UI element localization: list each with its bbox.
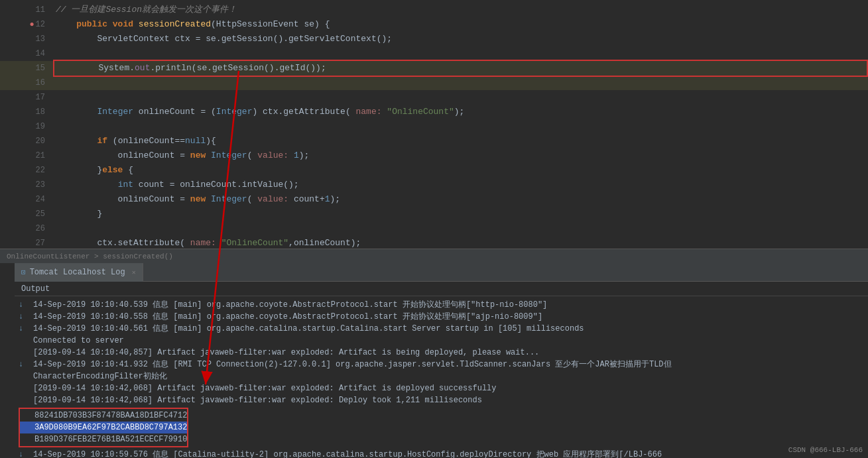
- log-tab-bar: ⊡ Tomcat Localhost Log ✕: [15, 263, 868, 282]
- log-icon-last: ↓: [19, 449, 32, 458]
- code-line-20: 20 if (onlineCount==null){: [0, 134, 868, 148]
- log-text-5: [2019-09-14 10:10:40,857] Artifact javaw…: [33, 347, 539, 359]
- session-ids-container: 88241DB703B3F87478BAA18D1BFC4712 3A9D080…: [19, 408, 188, 447]
- tab-label: Tomcat Localhost Log: [30, 268, 125, 277]
- log-line-5: [2019-09-14 10:10:40,857] Artifact javaw…: [19, 347, 864, 359]
- tab-icon: ⊡: [21, 268, 26, 276]
- log-icon-2: ↓: [19, 311, 32, 323]
- output-text: Output: [21, 284, 50, 294]
- line-number-20: 20: [0, 134, 53, 148]
- code-editor: 11 // 一旦创建Session就会触发一次这个事件！ ●12 public …: [0, 0, 868, 249]
- log-content: ↓ 14-Sep-2019 10:10:40.539 信息 [main] org…: [15, 296, 868, 458]
- code-content-27: ctx.setAttribute( name: "OnlineCount",on…: [53, 236, 868, 249]
- log-line-session-3: B189D376FEB2E76B1BA521ECECF79910: [20, 433, 187, 445]
- log-line-2: ↓ 14-Sep-2019 10:10:40.558 信息 [main] org…: [19, 311, 864, 323]
- log-line-8: [2019-09-14 10:10:42,068] Artifact javaw…: [19, 382, 864, 394]
- line-number-21: 21: [0, 148, 53, 163]
- line-number-11: 11: [0, 3, 53, 17]
- log-icon-3: ↓: [19, 323, 32, 335]
- line-number-14: 14: [0, 46, 53, 61]
- code-content-15: System.out.println(se.getSession().getId…: [53, 60, 868, 77]
- log-text-6: 14-Sep-2019 10:10:41.932 信息 [RMI TCP Con…: [33, 359, 672, 371]
- line-number-25: 25: [0, 207, 53, 221]
- code-content-11: // 一旦创建Session就会触发一次这个事件！: [53, 3, 868, 17]
- line-number-27: 27: [0, 236, 53, 249]
- code-content-22: }else {: [53, 163, 868, 178]
- log-tab[interactable]: ⊡ Tomcat Localhost Log ✕: [15, 263, 143, 282]
- log-text-9: [2019-09-14 10:10:42,068] Artifact javaw…: [33, 394, 482, 406]
- log-line-1: ↓ 14-Sep-2019 10:10:40.539 信息 [main] org…: [19, 299, 864, 311]
- line-number-12: ●12: [0, 17, 53, 32]
- code-line-19: 19: [0, 119, 868, 134]
- log-line-last: ↓ 14-Sep-2019 10:10:59.576 信息 [Catalina-…: [19, 449, 864, 458]
- code-lines: 11 // 一旦创建Session就会触发一次这个事件！ ●12 public …: [0, 0, 868, 249]
- line-number-18: 18: [0, 105, 53, 119]
- code-content-20: if (onlineCount==null){: [53, 134, 868, 148]
- code-content-18: Integer onlineCount = (Integer) ctx.getA…: [53, 105, 868, 119]
- code-line-21: 21 onlineCount = new Integer( value: 1);: [0, 148, 868, 163]
- code-line-15: 15 System.out.println(se.getSession().ge…: [0, 61, 868, 76]
- log-text-2: 14-Sep-2019 10:10:40.558 信息 [main] org.a…: [33, 311, 542, 323]
- code-content-23: int count = onlineCount.intValue();: [53, 178, 868, 192]
- log-icon-6: ↓: [19, 359, 32, 371]
- log-line-session-2: 3A9D080B9EA62F97B2CABBD8C797A132: [20, 422, 187, 433]
- log-text-last: 14-Sep-2019 10:10:59.576 信息 [Catalina-ut…: [33, 449, 662, 458]
- line-number-19: 19: [0, 119, 53, 134]
- line-number-16: 16: [0, 76, 53, 90]
- line-number-24: 24: [0, 192, 53, 207]
- line-number-15: 15: [0, 61, 53, 76]
- log-text-7: CharacterEncodingFilter初始化: [33, 371, 167, 382]
- tab-close-button[interactable]: ✕: [132, 268, 136, 276]
- log-text-8: [2019-09-14 10:10:42,068] Artifact javaw…: [33, 382, 497, 394]
- code-line-26: 26: [0, 221, 868, 236]
- log-icon-1: ↓: [19, 299, 32, 311]
- code-content-24: onlineCount = new Integer( value: count+…: [53, 192, 868, 207]
- output-label: Output: [15, 282, 868, 296]
- line-number-17: 17: [0, 90, 53, 105]
- code-line-16: 16: [0, 76, 868, 90]
- log-line-4: Connected to server: [19, 335, 864, 347]
- code-line-22: 22 }else {: [0, 163, 868, 178]
- log-line-6: ↓ 14-Sep-2019 10:10:41.932 信息 [RMI TCP C…: [19, 359, 864, 371]
- code-line-23: 23 int count = onlineCount.intValue();: [0, 178, 868, 192]
- code-content-12: public void sessionCreated(HttpSessionEv…: [53, 17, 868, 32]
- log-panel: ↓ ⊡ ▶ ⊠ ⊟ ⊡ Tomcat Localhost Log ✕ Outpu…: [0, 263, 868, 458]
- code-line-12: ●12 public void sessionCreated(HttpSessi…: [0, 17, 868, 32]
- code-line-18: 18 Integer onlineCount = (Integer) ctx.g…: [0, 105, 868, 119]
- session-id-2: 3A9D080B9EA62F97B2CABBD8C797A132: [34, 422, 187, 433]
- log-line-session-1: 88241DB703B3F87478BAA18D1BFC4712: [20, 410, 187, 422]
- breadcrumb: OnlineCountListener > sessionCreated(): [7, 253, 173, 260]
- code-line-24: 24 onlineCount = new Integer( value: cou…: [0, 192, 868, 207]
- session-id-1: 88241DB703B3F87478BAA18D1BFC4712: [34, 410, 187, 422]
- line-number-23: 23: [0, 178, 53, 192]
- log-line-3: ↓ 14-Sep-2019 10:10:40.561 信息 [main] org…: [19, 323, 864, 335]
- app-container: 11 // 一旦创建Session就会触发一次这个事件！ ●12 public …: [0, 0, 868, 458]
- line-number-26: 26: [0, 221, 53, 236]
- log-text-3: 14-Sep-2019 10:10:40.561 信息 [main] org.a…: [33, 323, 584, 335]
- code-line-27: 27 ctx.setAttribute( name: "OnlineCount"…: [0, 236, 868, 249]
- code-content-13: ServletContext ctx = se.getSession().get…: [53, 32, 868, 46]
- log-text-1: 14-Sep-2019 10:10:40.539 信息 [main] org.a…: [33, 299, 547, 311]
- line-number-13: 13: [0, 32, 53, 46]
- session-id-3: B189D376FEB2E76B1BA521ECECF79910: [34, 433, 187, 445]
- log-text-4: Connected to server: [33, 335, 124, 347]
- log-line-9: [2019-09-14 10:10:42,068] Artifact javaw…: [19, 394, 864, 406]
- breadcrumb-bar: OnlineCountListener > sessionCreated(): [0, 249, 868, 263]
- code-line-13: 13 ServletContext ctx = se.getSession().…: [0, 32, 868, 46]
- code-line-25: 25 }: [0, 207, 868, 221]
- line-number-22: 22: [0, 163, 53, 178]
- code-content-21: onlineCount = new Integer( value: 1);: [53, 148, 868, 163]
- code-line-11: 11 // 一旦创建Session就会触发一次这个事件！: [0, 3, 868, 17]
- watermark: CSDN @666-LBJ-666: [788, 446, 863, 454]
- code-content-25: }: [53, 207, 868, 221]
- code-line-17: 17: [0, 90, 868, 105]
- log-line-7: CharacterEncodingFilter初始化: [19, 371, 864, 382]
- code-line-14: 14: [0, 46, 868, 61]
